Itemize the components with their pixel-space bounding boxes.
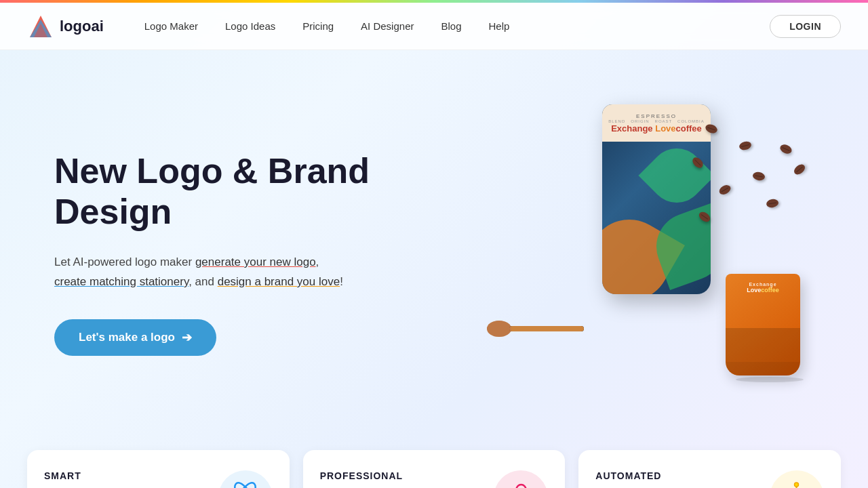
feature-auto-icon-container — [770, 470, 824, 488]
navigation: logoai Logo Maker Logo Ideas Pricing AI … — [0, 3, 868, 50]
coffee-beans-illustration — [685, 125, 807, 233]
logo-link[interactable]: logoai — [27, 13, 104, 40]
designer-icon — [502, 479, 540, 489]
feature-pro-icon-container — [494, 470, 548, 488]
hero-subtitle: Let AI-powered logo maker generate your … — [54, 253, 407, 292]
hero-image: ESPRESSO BLEND ORIGIN ROAST COLOMBIA Exc… — [472, 91, 814, 416]
hero-link-brand[interactable]: design a brand you love — [218, 275, 340, 288]
nav-ai-designer[interactable]: AI Designer — [361, 20, 414, 32]
svg-point-11 — [516, 485, 526, 489]
logo-icon — [27, 13, 54, 40]
svg-point-25 — [795, 483, 799, 487]
atom-icon — [226, 479, 264, 489]
feature-auto-title: AUTOMATED — [595, 470, 756, 481]
hero-title: New Logo & Brand Design — [54, 151, 472, 232]
hero-link-stationery[interactable]: create matching stationery — [54, 275, 189, 288]
spoon-illustration — [486, 319, 594, 348]
nav-logo-maker[interactable]: Logo Maker — [144, 20, 198, 32]
nav-pricing[interactable]: Pricing — [302, 20, 334, 32]
svg-point-6 — [487, 321, 511, 337]
nav-help[interactable]: Help — [489, 20, 510, 32]
robot-icon — [778, 479, 815, 489]
svg-rect-5 — [509, 326, 584, 331]
logo-text: logoai — [60, 18, 104, 35]
feature-pro-title: PROFESSIONAL — [320, 470, 481, 481]
feature-card-automated: AUTOMATED From matching identities to on… — [578, 450, 841, 488]
feature-card-professional: PROFESSIONAL Like a professional designe… — [303, 450, 566, 488]
nav-blog[interactable]: Blog — [441, 20, 461, 32]
feature-smart-icon-container — [218, 470, 273, 488]
nav-logo-ideas[interactable]: Logo Ideas — [225, 20, 275, 32]
coffee-cup-illustration: Exchange Lovecoffee — [726, 274, 814, 396]
feature-smart-title: SMART — [44, 470, 205, 481]
hero-section: New Logo & Brand Design Let AI-powered l… — [0, 50, 868, 443]
feature-card-smart: SMART AI engine that not only understand… — [27, 450, 290, 488]
arrow-right-icon: ➔ — [182, 330, 192, 345]
hero-content: New Logo & Brand Design Let AI-powered l… — [54, 151, 472, 355]
features-section: SMART AI engine that not only understand… — [0, 443, 868, 488]
login-button[interactable]: LOGIN — [770, 15, 841, 38]
hero-link-generate[interactable]: generate your new logo — [195, 256, 316, 268]
cta-button[interactable]: Let's make a logo ➔ — [54, 319, 216, 356]
cta-label: Let's make a logo — [79, 331, 175, 344]
nav-links: Logo Maker Logo Ideas Pricing AI Designe… — [144, 20, 770, 33]
